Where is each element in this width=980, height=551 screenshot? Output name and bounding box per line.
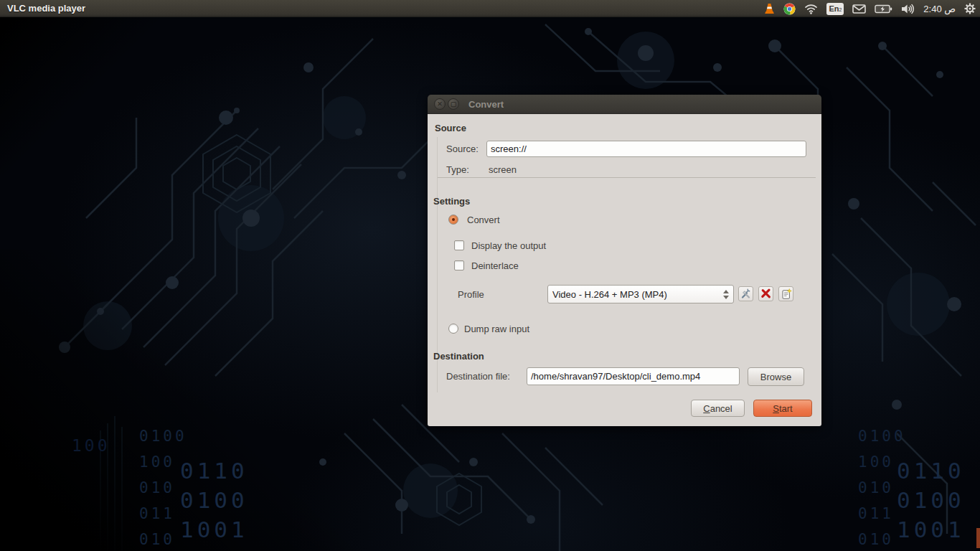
source-input[interactable] (486, 141, 806, 157)
combobox-spinner[interactable] (723, 286, 729, 303)
binary-digits: 0110 0100 1001 (897, 456, 965, 545)
wallpaper-dark-corner-top (0, 17, 215, 175)
profile-combobox[interactable]: Video - H.264 + MP3 (MP4) (547, 285, 734, 303)
keyboard-layout-label: En (829, 3, 839, 14)
keyboard-layout-sub: 2 (839, 3, 842, 17)
window-close-button[interactable]: ✕ (434, 98, 446, 110)
cancel-rest: ancel (710, 403, 732, 414)
browse-button[interactable]: Browse (748, 367, 804, 386)
dialog-title: Convert (468, 99, 504, 110)
vlc-cone-icon[interactable] (764, 0, 775, 17)
source-section-heading: Source (435, 123, 466, 133)
deinterlace-label[interactable]: Deinterlace (471, 260, 519, 271)
active-window-title: VLC media player (7, 3, 85, 14)
start-mnemonic: S (773, 403, 779, 414)
destination-file-label: Destination file: (446, 371, 510, 382)
chrome-icon[interactable] (783, 0, 796, 17)
binary-digits: 0110 0100 1001 (180, 456, 248, 545)
clock[interactable]: ص 2:40 (923, 0, 956, 17)
cancel-button[interactable]: Cancel (691, 400, 745, 417)
dump-raw-input-label[interactable]: Dump raw input (464, 324, 529, 334)
start-rest: tart (779, 403, 793, 414)
convert-radio-label[interactable]: Convert (467, 215, 500, 225)
delete-x-icon (760, 288, 771, 299)
edit-profile-button[interactable] (738, 286, 753, 301)
binary-digits: 100 (72, 433, 110, 458)
mail-icon[interactable] (852, 0, 866, 17)
settings-section-heading: Settings (433, 196, 470, 207)
deinterlace-checkbox[interactable] (454, 260, 464, 270)
display-output-label[interactable]: Display the output (471, 240, 546, 251)
type-value: screen (489, 164, 517, 175)
keyboard-layout-indicator[interactable]: En2 (826, 3, 844, 15)
start-button[interactable]: Start (753, 400, 812, 417)
spinner-up-icon (723, 290, 729, 293)
new-document-icon (781, 288, 792, 300)
new-profile-button[interactable] (778, 286, 793, 301)
source-label: Source: (446, 143, 479, 154)
dialog-body: Source Source: Type: screen Settings Con… (428, 114, 821, 426)
top-panel: VLC media player (0, 0, 980, 17)
display-output-checkbox[interactable] (454, 240, 464, 250)
dialog-titlebar: ✕ ▢ Convert (428, 95, 821, 114)
window-maximize-button[interactable]: ▢ (448, 98, 459, 110)
convert-radio[interactable] (448, 215, 458, 225)
spinner-down-icon (723, 296, 729, 299)
battery-icon[interactable] (875, 0, 892, 17)
destination-file-input[interactable] (527, 367, 740, 385)
wifi-icon[interactable] (804, 0, 818, 17)
background-window-sliver (976, 528, 980, 548)
destination-section-heading: Destination (433, 351, 484, 362)
volume-icon[interactable] (901, 0, 915, 17)
profile-combobox-value: Video - H.264 + MP3 (MP4) (552, 289, 667, 300)
convert-dialog: ✕ ▢ Convert Source Source: Type: screen … (428, 95, 821, 426)
section-separator (438, 177, 816, 178)
profile-label: Profile (458, 289, 484, 300)
delete-profile-button[interactable] (758, 286, 773, 301)
type-label: Type: (446, 164, 469, 175)
dump-raw-input-radio[interactable] (448, 324, 458, 334)
session-gear-icon[interactable] (964, 0, 976, 17)
cancel-mnemonic: C (703, 403, 710, 414)
wrench-screwdriver-icon (740, 288, 751, 299)
